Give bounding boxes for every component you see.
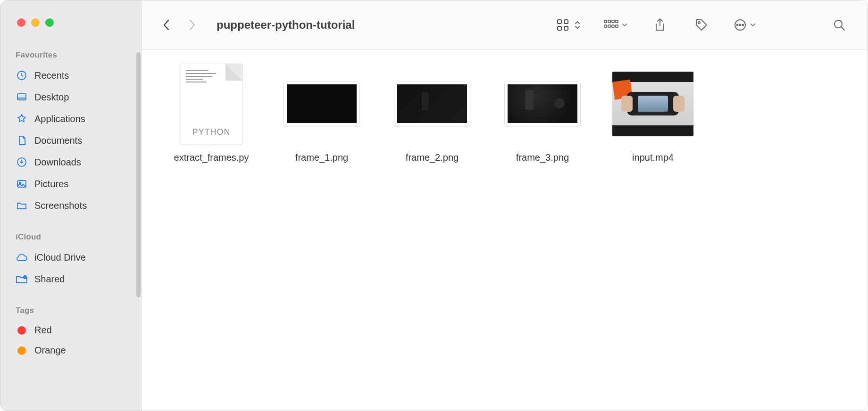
sidebar-item-shared[interactable]: Shared (0, 268, 142, 290)
svg-point-19 (698, 22, 700, 24)
svg-point-22 (740, 24, 741, 25)
applications-icon (16, 113, 28, 125)
file-name: frame_2.png (406, 152, 459, 163)
sidebar-section-favourites-header: Favourites (0, 27, 142, 65)
pictures-icon (16, 178, 28, 190)
minimize-window-button[interactable] (31, 18, 40, 27)
sidebar-item-label: Applications (34, 114, 85, 124)
svg-rect-7 (558, 20, 561, 24)
group-by-button[interactable] (603, 15, 628, 35)
folder-icon (16, 199, 28, 212)
clock-icon (16, 69, 28, 82)
python-file-icon: PYTHON (180, 64, 242, 144)
share-button[interactable] (651, 15, 669, 35)
svg-rect-18 (616, 25, 618, 27)
folder-title: puppeteer-python-tutorial (217, 18, 355, 32)
file-name: frame_3.png (516, 152, 569, 163)
sidebar-scrollbar[interactable] (136, 52, 141, 297)
file-thumbnail: PYTHON (167, 64, 256, 144)
svg-rect-17 (612, 25, 614, 27)
image-thumbnail-icon (284, 82, 359, 126)
chevron-down-icon (750, 23, 756, 27)
sidebar-item-downloads[interactable]: Downloads (0, 151, 142, 173)
back-button[interactable] (156, 15, 177, 35)
sidebar-item-desktop[interactable]: Desktop (0, 86, 142, 108)
sidebar-tag-orange[interactable]: Orange (0, 340, 142, 361)
file-name: extract_frames.py (174, 152, 249, 163)
file-thumbnail (608, 64, 698, 144)
shared-folder-icon (16, 273, 28, 285)
desktop-icon (16, 91, 28, 103)
downloads-icon (16, 156, 28, 168)
svg-rect-11 (604, 20, 607, 23)
sidebar-item-label: Desktop (34, 92, 69, 103)
main-panel: puppeteer-python-tutorial (142, 0, 868, 411)
svg-rect-15 (604, 25, 607, 27)
chevron-down-icon (621, 23, 628, 27)
cloud-icon (16, 251, 28, 263)
sidebar-item-label: Orange (34, 345, 66, 356)
file-item[interactable]: frame_2.png (377, 64, 487, 163)
svg-rect-14 (616, 20, 618, 23)
sidebar-item-recents[interactable]: Recents (0, 65, 142, 86)
sidebar-item-label: Shared (34, 274, 65, 285)
svg-rect-13 (612, 20, 614, 23)
sidebar-section-tags-header: Tags (0, 290, 142, 320)
sidebar: Favourites Recents Desktop Applications … (0, 0, 142, 411)
svg-rect-12 (608, 20, 610, 23)
view-stepper-icon (574, 20, 581, 30)
svg-rect-16 (608, 25, 610, 27)
sidebar-item-label: Screenshots (34, 200, 87, 211)
sidebar-item-screenshots[interactable]: Screenshots (0, 195, 142, 216)
tag-dot-icon (17, 346, 26, 355)
sidebar-item-applications[interactable]: Applications (0, 108, 142, 130)
sidebar-item-label: iCloud Drive (34, 252, 86, 263)
tags-button[interactable] (692, 15, 711, 35)
window-controls (0, 0, 142, 27)
sidebar-item-pictures[interactable]: Pictures (0, 173, 142, 195)
image-thumbnail-icon (505, 82, 580, 126)
svg-point-23 (743, 24, 744, 25)
svg-rect-1 (17, 94, 26, 100)
file-thumbnail (387, 64, 477, 144)
file-name: frame_1.png (295, 152, 348, 163)
sidebar-item-documents[interactable]: Documents (0, 130, 142, 151)
sidebar-item-label: Documents (34, 135, 82, 146)
toolbar: puppeteer-python-tutorial (142, 0, 868, 49)
svg-rect-10 (564, 26, 568, 30)
sidebar-item-label: Pictures (34, 179, 68, 189)
file-name: input.mp4 (632, 152, 674, 163)
svg-rect-8 (564, 20, 568, 24)
document-icon (16, 134, 28, 147)
sidebar-section-icloud-header: iCloud (0, 216, 142, 247)
image-thumbnail-icon (394, 82, 470, 126)
file-grid: PYTHON extract_frames.py frame_1.png fra… (142, 49, 868, 411)
file-item[interactable]: frame_3.png (487, 64, 598, 163)
file-thumbnail (498, 64, 587, 144)
view-mode-icons-button[interactable] (556, 15, 581, 35)
video-thumbnail-icon (612, 72, 693, 136)
file-item[interactable]: frame_1.png (267, 64, 377, 163)
search-button[interactable] (830, 15, 849, 35)
tag-dot-icon (17, 326, 26, 335)
svg-rect-9 (558, 26, 561, 30)
sidebar-item-label: Red (34, 325, 52, 336)
fullscreen-window-button[interactable] (45, 18, 54, 27)
forward-button[interactable] (182, 15, 202, 35)
file-item[interactable]: input.mp4 (598, 64, 708, 163)
more-actions-button[interactable] (734, 15, 756, 35)
file-type-badge: PYTHON (180, 127, 242, 137)
file-thumbnail (277, 64, 367, 144)
close-window-button[interactable] (17, 18, 25, 27)
svg-point-21 (737, 24, 738, 25)
sidebar-item-label: Downloads (34, 157, 81, 168)
sidebar-tag-red[interactable]: Red (0, 320, 142, 340)
sidebar-item-label: Recents (34, 70, 69, 81)
file-item[interactable]: PYTHON extract_frames.py (156, 64, 267, 163)
sidebar-item-icloud-drive[interactable]: iCloud Drive (0, 247, 142, 268)
